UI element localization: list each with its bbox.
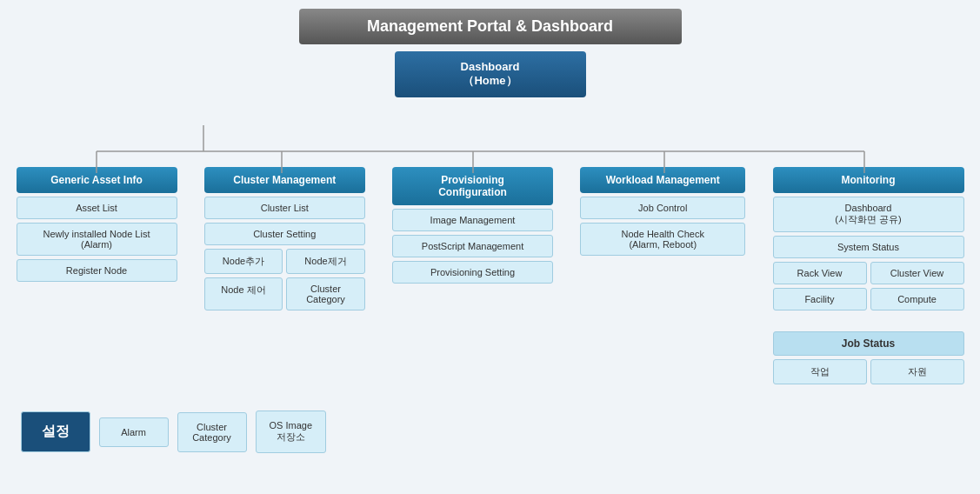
section-generic-asset: Generic Asset Info Asset List Newly inst… bbox=[17, 167, 177, 282]
cluster-setting-item[interactable]: Cluster Setting bbox=[204, 223, 365, 245]
job-자원-item[interactable]: 자원 bbox=[870, 359, 964, 384]
os-image-button[interactable]: OS Image저장소 bbox=[256, 411, 327, 453]
provisioning-setting-item[interactable]: Provisioning Setting bbox=[392, 261, 553, 284]
dashboard-box[interactable]: Dashboard （Home） bbox=[395, 51, 586, 97]
system-status-item[interactable]: System Status bbox=[773, 236, 964, 258]
facility-item[interactable]: Facility bbox=[773, 288, 867, 310]
job-작업-item[interactable]: 작업 bbox=[773, 359, 867, 384]
section-workload: Workload Management Job Control Node Hea… bbox=[580, 167, 745, 256]
node-add-item[interactable]: Node추가 bbox=[204, 249, 283, 274]
bottom-bar: 설정 Alarm ClusterCategory OS Image저장소 bbox=[21, 411, 969, 453]
monitoring-grid-row1: Rack View Cluster View bbox=[773, 262, 964, 284]
provisioning-header[interactable]: Provisioning Configuration bbox=[392, 167, 553, 205]
register-node-item[interactable]: Register Node bbox=[17, 259, 177, 282]
job-status-header[interactable]: Job Status bbox=[773, 331, 964, 356]
dashboard-label-line2: （Home） bbox=[463, 74, 517, 87]
monitoring-grid-row2: Facility Compute bbox=[773, 288, 964, 310]
monitoring-header[interactable]: Monitoring bbox=[773, 167, 964, 193]
dashboard-시작화면-item[interactable]: Dashboard(시작화면 공유) bbox=[773, 197, 964, 232]
job-control-item[interactable]: Job Control bbox=[580, 197, 745, 219]
generic-asset-header[interactable]: Generic Asset Info bbox=[17, 167, 177, 193]
image-management-item[interactable]: Image Management bbox=[392, 209, 553, 231]
newly-installed-node-item[interactable]: Newly installed Node List(Alarm) bbox=[17, 223, 177, 256]
section-cluster-management: Cluster Management Cluster List Cluster … bbox=[204, 167, 365, 310]
compute-item[interactable]: Compute bbox=[870, 288, 964, 310]
asset-list-item[interactable]: Asset List bbox=[17, 197, 177, 219]
cluster-category-item[interactable]: ClusterCategory bbox=[286, 277, 365, 310]
job-grid-row: 작업 자원 bbox=[773, 359, 964, 384]
alarm-button[interactable]: Alarm bbox=[99, 417, 169, 447]
cluster-management-header[interactable]: Cluster Management bbox=[204, 167, 365, 193]
rack-view-item[interactable]: Rack View bbox=[773, 262, 867, 284]
main-layout: Management Portal & Dashboard Dashboard … bbox=[12, 9, 969, 453]
node-remove-item[interactable]: Node제거 bbox=[286, 249, 365, 274]
cluster-list-item[interactable]: Cluster List bbox=[204, 197, 365, 219]
section-monitoring: Monitoring Dashboard(시작화면 공유) System Sta… bbox=[773, 167, 964, 384]
cluster-category-button[interactable]: ClusterCategory bbox=[177, 412, 247, 452]
page-title: Management Portal & Dashboard bbox=[299, 9, 682, 44]
sections-row: Generic Asset Info Asset List Newly inst… bbox=[12, 167, 969, 384]
workload-header[interactable]: Workload Management bbox=[580, 167, 745, 193]
settings-button[interactable]: 설정 bbox=[21, 411, 90, 452]
cluster-grid-row2: Node 제어 ClusterCategory bbox=[204, 277, 365, 310]
job-status-section: Job Status 작업 자원 bbox=[773, 331, 964, 384]
section-provisioning: Provisioning Configuration Image Managem… bbox=[392, 167, 553, 284]
tree-wrapper: Dashboard （Home） Generic Asset Info Asse… bbox=[12, 51, 969, 453]
cluster-grid-row1: Node추가 Node제거 bbox=[204, 249, 365, 274]
node-health-check-item[interactable]: Node Health Check(Alarm, Reboot) bbox=[580, 223, 745, 256]
postscript-management-item[interactable]: PostScript Management bbox=[392, 235, 553, 257]
dashboard-row: Dashboard （Home） bbox=[12, 51, 969, 97]
cluster-view-item[interactable]: Cluster View bbox=[870, 262, 964, 284]
dashboard-label-line1: Dashboard bbox=[461, 60, 520, 73]
node-control-item[interactable]: Node 제어 bbox=[204, 277, 283, 310]
